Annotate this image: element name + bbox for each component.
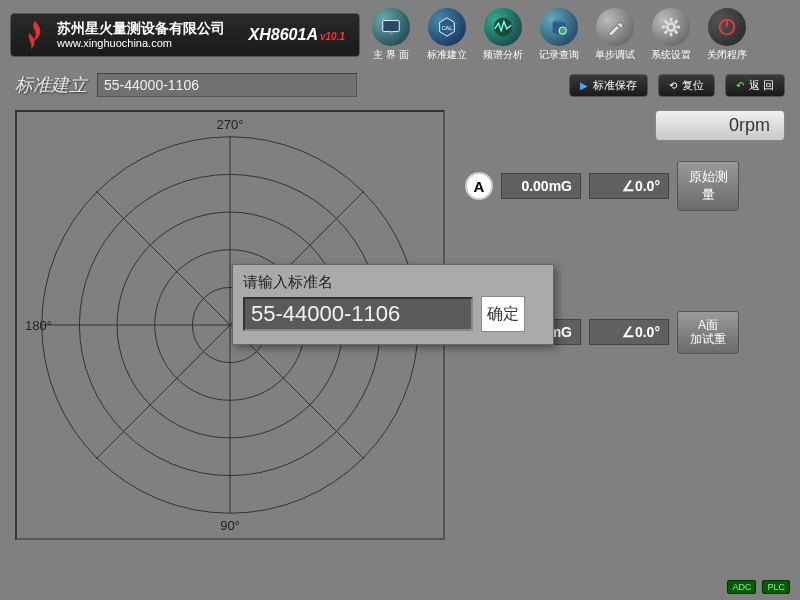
svg-line-15 xyxy=(675,21,678,24)
input-name-dialog: 请输入标准名 确定 xyxy=(232,264,554,345)
svg-rect-0 xyxy=(383,21,400,32)
svg-point-7 xyxy=(667,23,674,30)
measure-original-button[interactable]: 原始测量 xyxy=(677,161,739,211)
svg-point-6 xyxy=(559,27,566,34)
dialog-ok-button[interactable]: 确定 xyxy=(481,296,525,332)
svg-rect-1 xyxy=(389,32,393,35)
power-icon xyxy=(708,8,746,46)
monitor-icon xyxy=(372,8,410,46)
page-title: 标准建立 xyxy=(15,73,87,97)
save-standard-button[interactable]: ▶ 标准保存 xyxy=(569,74,648,97)
adc-badge: ADC xyxy=(727,580,756,594)
status-badges: ADC PLC xyxy=(727,580,790,594)
gear-icon xyxy=(652,8,690,46)
main-nav: 主 界 面 CAL 标准建立 频谱分析 记录查询 单步调试 xyxy=(365,8,753,62)
nav-settings[interactable]: 系统设置 xyxy=(645,8,697,62)
nav-records[interactable]: 记录查询 xyxy=(533,8,585,62)
reset-button[interactable]: ⟲ 复位 xyxy=(658,74,715,97)
company-url: www.xinghuochina.com xyxy=(57,37,225,50)
angle-b: ∠0.0° xyxy=(589,319,669,345)
channel-badge-a: A xyxy=(465,172,493,200)
tools-icon xyxy=(596,8,634,46)
dialog-title: 请输入标准名 xyxy=(243,273,543,292)
svg-text:CAL: CAL xyxy=(442,25,453,31)
axis-left-label: 180° xyxy=(25,318,52,333)
reading-row-a: A 0.00mG ∠0.0° 原始测量 xyxy=(465,161,785,211)
logo-box: 苏州星火量测设备有限公司 www.xinghuochina.com XH8601… xyxy=(10,13,360,57)
svg-line-14 xyxy=(665,31,668,34)
spectrum-icon xyxy=(484,8,522,46)
reset-icon: ⟲ xyxy=(669,80,677,91)
nav-debug[interactable]: 单步调试 xyxy=(589,8,641,62)
calibrate-icon: CAL xyxy=(428,8,466,46)
plc-badge: PLC xyxy=(762,580,790,594)
save-icon: ▶ xyxy=(580,80,588,91)
app-header: 苏州星火量测设备有限公司 www.xinghuochina.com XH8601… xyxy=(0,0,800,70)
axis-top-label: 270° xyxy=(217,117,244,132)
records-icon xyxy=(540,8,578,46)
magnitude-a: 0.00mG xyxy=(501,173,581,199)
svg-line-12 xyxy=(665,21,668,24)
back-icon: ↶ xyxy=(736,80,744,91)
flame-logo-icon xyxy=(19,19,51,51)
axis-bottom-label: 90° xyxy=(220,518,240,533)
company-name: 苏州星火量测设备有限公司 xyxy=(57,20,225,37)
standard-name-input[interactable] xyxy=(97,73,357,97)
subheader: 标准建立 ▶ 标准保存 ⟲ 复位 ↶ 返 回 xyxy=(0,70,800,100)
nav-spectrum[interactable]: 频谱分析 xyxy=(477,8,529,62)
angle-a: ∠0.0° xyxy=(589,173,669,199)
back-button[interactable]: ↶ 返 回 xyxy=(725,74,785,97)
logo-text: 苏州星火量测设备有限公司 www.xinghuochina.com xyxy=(57,20,225,50)
nav-standard[interactable]: CAL 标准建立 xyxy=(421,8,473,62)
nav-exit[interactable]: 关闭程序 xyxy=(701,8,753,62)
add-trial-weight-button[interactable]: A面 加试重 xyxy=(677,311,739,354)
dialog-name-input[interactable] xyxy=(243,297,473,331)
nav-home[interactable]: 主 界 面 xyxy=(365,8,417,62)
model-label: XH8601A v10.1 xyxy=(249,26,345,44)
rpm-display: 0rpm xyxy=(655,110,785,141)
svg-line-13 xyxy=(675,31,678,34)
